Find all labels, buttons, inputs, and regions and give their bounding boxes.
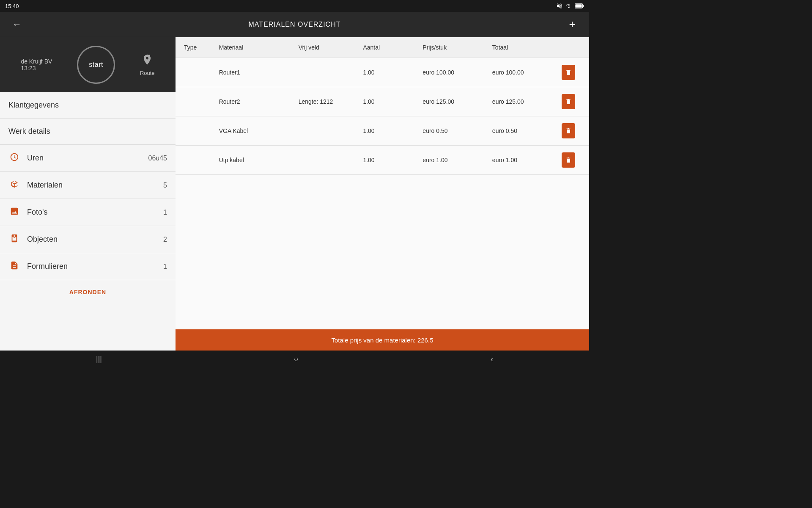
- company-info: de Kruijf BV 13:23: [21, 58, 52, 72]
- route-button[interactable]: Route: [140, 54, 155, 76]
- cell-materiaal-1: Router2: [211, 87, 290, 116]
- app-container: ← MATERIALEN OVERZICHT + de Kruijf BV 13…: [0, 12, 589, 351]
- cell-action-1: [553, 87, 589, 116]
- cell-action-0: [553, 58, 589, 87]
- formulieren-count: 1: [163, 263, 167, 271]
- wifi-icon: [565, 3, 572, 9]
- cell-totaal-1: euro 125.00: [484, 87, 553, 116]
- sidebar-item-werkdetails[interactable]: Werk details: [0, 119, 176, 145]
- sidebar-nav: Klantgegevens Werk details Uren 06u45: [0, 92, 176, 351]
- table-header-row: Type Materiaal Vrij veld Aantal Prijs/st…: [176, 37, 589, 58]
- col-prijs: Prijs/stuk: [414, 37, 483, 58]
- cell-vrijveld-2: [290, 116, 355, 146]
- sidebar-item-materialen[interactable]: Materialen 5: [0, 172, 176, 199]
- main-panel: Type Materiaal Vrij veld Aantal Prijs/st…: [176, 37, 589, 351]
- route-icon: [141, 54, 153, 68]
- sidebar-item-objecten[interactable]: Objecten 2: [0, 226, 176, 253]
- bottom-nav: ||| ○ ‹: [0, 351, 589, 367]
- content-area: de Kruijf BV 13:23 start Route: [0, 37, 589, 351]
- back-nav-button[interactable]: ‹: [482, 352, 502, 366]
- battery-icon: [575, 3, 584, 8]
- totals-text: Totale prijs van de materialen: 226.5: [332, 337, 433, 344]
- doc-icon: [8, 261, 20, 272]
- cell-vrijveld-0: [290, 58, 355, 87]
- company-time: 13:23: [21, 65, 36, 72]
- col-type: Type: [176, 37, 211, 58]
- materials-table: Type Materiaal Vrij veld Aantal Prijs/st…: [176, 37, 589, 329]
- cell-action-2: [553, 116, 589, 146]
- cell-vrijveld-1: Lengte: 1212: [290, 87, 355, 116]
- afronden-button[interactable]: AFRONDEN: [0, 280, 176, 304]
- cell-action-3: [553, 146, 589, 175]
- cube-icon: [8, 234, 20, 245]
- formulieren-label: Formulieren: [27, 262, 163, 271]
- cell-type-3: [176, 146, 211, 175]
- add-button[interactable]: +: [564, 16, 581, 33]
- start-button[interactable]: start: [77, 46, 115, 84]
- cell-vrijveld-3: [290, 146, 355, 175]
- cell-prijs-3: euro 1.00: [414, 146, 483, 175]
- menu-button[interactable]: |||: [88, 352, 110, 366]
- delete-button-2[interactable]: [562, 123, 575, 138]
- table-row: Router2 Lengte: 1212 1.00 euro 125.00 eu…: [176, 87, 589, 116]
- cell-materiaal-2: VGA Kabel: [211, 116, 290, 146]
- cell-type-1: [176, 87, 211, 116]
- sidebar-item-fotos[interactable]: Foto's 1: [0, 199, 176, 226]
- company-name: de Kruijf BV: [21, 58, 52, 65]
- col-totaal: Totaal: [484, 37, 553, 58]
- table-row: Utp kabel 1.00 euro 1.00 euro 1.00: [176, 146, 589, 175]
- materialen-count: 5: [163, 182, 167, 189]
- col-action: [553, 37, 589, 58]
- table-row: Router1 1.00 euro 100.00 euro 100.00: [176, 58, 589, 87]
- status-bar: 15:40: [0, 0, 589, 12]
- materials-data-table: Type Materiaal Vrij veld Aantal Prijs/st…: [176, 37, 589, 175]
- cell-totaal-0: euro 100.00: [484, 58, 553, 87]
- objecten-count: 2: [163, 236, 167, 243]
- status-time: 15:40: [5, 3, 19, 9]
- col-materiaal: Materiaal: [211, 37, 290, 58]
- cell-type-2: [176, 116, 211, 146]
- delete-button-1[interactable]: [562, 94, 575, 109]
- cell-aantal-3: 1.00: [354, 146, 414, 175]
- delete-button-0[interactable]: [562, 65, 575, 80]
- col-vrijveld: Vrij veld: [290, 37, 355, 58]
- clock-icon: [8, 152, 20, 164]
- uren-label: Uren: [27, 154, 148, 163]
- cell-totaal-2: euro 0.50: [484, 116, 553, 146]
- cell-prijs-0: euro 100.00: [414, 58, 483, 87]
- objecten-label: Objecten: [27, 235, 163, 244]
- location-icon: [141, 54, 153, 66]
- fotos-label: Foto's: [27, 208, 163, 217]
- home-button[interactable]: ○: [285, 352, 307, 366]
- cell-prijs-1: euro 125.00: [414, 87, 483, 116]
- materialen-label: Materialen: [27, 181, 163, 190]
- mute-icon: [556, 3, 563, 9]
- top-header: ← MATERIALEN OVERZICHT +: [0, 12, 589, 37]
- status-icons: [556, 3, 584, 9]
- sidebar-item-uren[interactable]: Uren 06u45: [0, 145, 176, 172]
- cell-materiaal-0: Router1: [211, 58, 290, 87]
- svg-rect-1: [583, 5, 584, 7]
- svg-rect-2: [575, 4, 582, 8]
- sidebar: de Kruijf BV 13:23 start Route: [0, 37, 176, 351]
- cell-materiaal-3: Utp kabel: [211, 146, 290, 175]
- back-button[interactable]: ←: [8, 16, 25, 33]
- cell-prijs-2: euro 0.50: [414, 116, 483, 146]
- cell-totaal-3: euro 1.00: [484, 146, 553, 175]
- col-aantal: Aantal: [354, 37, 414, 58]
- table-row: VGA Kabel 1.00 euro 0.50 euro 0.50: [176, 116, 589, 146]
- uren-count: 06u45: [148, 155, 167, 162]
- photo-icon: [8, 207, 20, 218]
- sidebar-top: de Kruijf BV 13:23 start Route: [0, 37, 176, 92]
- delete-button-3[interactable]: [562, 152, 575, 168]
- cell-aantal-2: 1.00: [354, 116, 414, 146]
- cell-aantal-0: 1.00: [354, 58, 414, 87]
- sidebar-item-klantgegevens[interactable]: Klantgegevens: [0, 92, 176, 119]
- svg-point-3: [148, 55, 151, 57]
- cell-type-0: [176, 58, 211, 87]
- sidebar-item-formulieren[interactable]: Formulieren 1: [0, 253, 176, 280]
- page-title: MATERIALEN OVERZICHT: [249, 21, 341, 28]
- cell-aantal-1: 1.00: [354, 87, 414, 116]
- totals-bar: Totale prijs van de materialen: 226.5: [176, 329, 589, 351]
- fotos-count: 1: [163, 209, 167, 216]
